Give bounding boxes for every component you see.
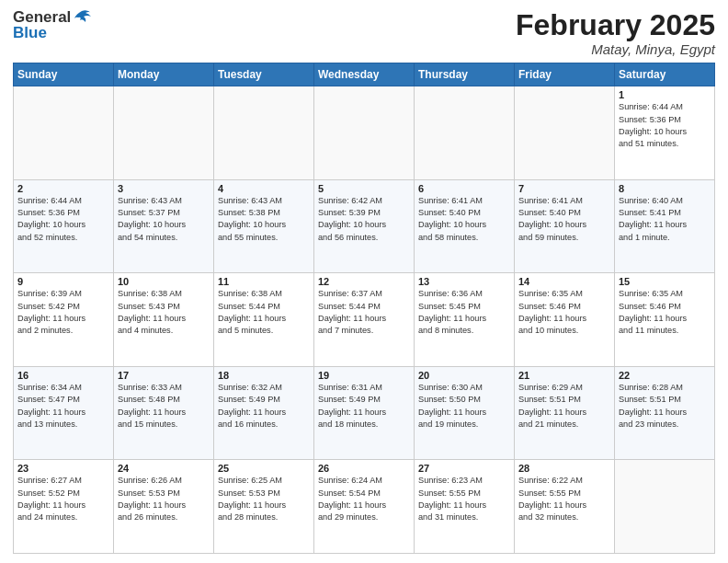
calendar-day-21: 21Sunrise: 6:29 AMSunset: 5:51 PMDayligh… bbox=[515, 366, 615, 460]
weekday-header-sunday: Sunday bbox=[14, 63, 114, 86]
day-info: Sunrise: 6:31 AMSunset: 5:49 PMDaylight:… bbox=[318, 382, 410, 431]
day-info: Sunrise: 6:33 AMSunset: 5:48 PMDaylight:… bbox=[118, 382, 210, 431]
day-info: Sunrise: 6:43 AMSunset: 5:38 PMDaylight:… bbox=[218, 195, 310, 244]
day-number: 1 bbox=[619, 89, 711, 100]
day-info: Sunrise: 6:38 AMSunset: 5:44 PMDaylight:… bbox=[218, 288, 310, 337]
calendar-day-14: 14Sunrise: 6:35 AMSunset: 5:46 PMDayligh… bbox=[515, 273, 615, 367]
day-info: Sunrise: 6:27 AMSunset: 5:52 PMDaylight:… bbox=[17, 475, 109, 523]
day-info: Sunrise: 6:32 AMSunset: 5:49 PMDaylight:… bbox=[218, 382, 310, 431]
day-info: Sunrise: 6:40 AMSunset: 5:41 PMDaylight:… bbox=[619, 195, 711, 244]
title-block: February 2025 Matay, Minya, Egypt bbox=[516, 9, 715, 57]
calendar-day-1: 1Sunrise: 6:44 AMSunset: 5:36 PMDaylight… bbox=[615, 86, 715, 180]
weekday-header-monday: Monday bbox=[114, 63, 214, 86]
calendar-day-11: 11Sunrise: 6:38 AMSunset: 5:44 PMDayligh… bbox=[214, 273, 314, 367]
day-number: 13 bbox=[418, 276, 510, 287]
day-number: 20 bbox=[418, 370, 510, 381]
calendar-day-24: 24Sunrise: 6:26 AMSunset: 5:53 PMDayligh… bbox=[114, 460, 214, 554]
day-number: 18 bbox=[218, 370, 310, 381]
day-number: 25 bbox=[218, 463, 310, 474]
calendar-day-3: 3Sunrise: 6:43 AMSunset: 5:37 PMDaylight… bbox=[114, 179, 214, 273]
weekday-header-tuesday: Tuesday bbox=[214, 63, 314, 86]
day-info: Sunrise: 6:44 AMSunset: 5:36 PMDaylight:… bbox=[17, 195, 109, 244]
day-number: 27 bbox=[418, 463, 510, 474]
calendar-day-15: 15Sunrise: 6:35 AMSunset: 5:46 PMDayligh… bbox=[615, 273, 715, 367]
day-number: 15 bbox=[619, 276, 711, 287]
day-number: 3 bbox=[118, 183, 210, 194]
day-number: 9 bbox=[17, 276, 109, 287]
day-number: 2 bbox=[17, 183, 109, 194]
day-info: Sunrise: 6:44 AMSunset: 5:36 PMDaylight:… bbox=[619, 101, 711, 150]
day-info: Sunrise: 6:37 AMSunset: 5:44 PMDaylight:… bbox=[318, 288, 410, 337]
header: General Blue February 2025 Matay, Minya,… bbox=[13, 9, 715, 57]
day-info: Sunrise: 6:30 AMSunset: 5:50 PMDaylight:… bbox=[418, 382, 510, 431]
calendar-empty-cell bbox=[214, 86, 314, 180]
day-info: Sunrise: 6:35 AMSunset: 5:46 PMDaylight:… bbox=[619, 288, 711, 337]
calendar-day-20: 20Sunrise: 6:30 AMSunset: 5:50 PMDayligh… bbox=[415, 366, 515, 460]
day-number: 21 bbox=[518, 370, 610, 381]
day-info: Sunrise: 6:39 AMSunset: 5:42 PMDaylight:… bbox=[17, 288, 109, 337]
day-info: Sunrise: 6:26 AMSunset: 5:53 PMDaylight:… bbox=[118, 475, 210, 523]
logo-blue: Blue bbox=[13, 25, 93, 42]
day-info: Sunrise: 6:41 AMSunset: 5:40 PMDaylight:… bbox=[518, 195, 610, 244]
calendar-day-2: 2Sunrise: 6:44 AMSunset: 5:36 PMDaylight… bbox=[14, 179, 114, 273]
calendar-week-row: 9Sunrise: 6:39 AMSunset: 5:42 PMDaylight… bbox=[14, 273, 715, 367]
day-number: 17 bbox=[118, 370, 210, 381]
logo-bird-icon bbox=[73, 9, 93, 26]
calendar-empty-cell bbox=[314, 86, 415, 180]
day-info: Sunrise: 6:23 AMSunset: 5:55 PMDaylight:… bbox=[418, 475, 510, 523]
calendar-day-28: 28Sunrise: 6:22 AMSunset: 5:55 PMDayligh… bbox=[515, 460, 615, 554]
calendar-header-row: SundayMondayTuesdayWednesdayThursdayFrid… bbox=[14, 63, 715, 86]
page: General Blue February 2025 Matay, Minya,… bbox=[0, 0, 728, 563]
day-info: Sunrise: 6:43 AMSunset: 5:37 PMDaylight:… bbox=[118, 195, 210, 244]
day-info: Sunrise: 6:42 AMSunset: 5:39 PMDaylight:… bbox=[318, 195, 410, 244]
calendar-day-9: 9Sunrise: 6:39 AMSunset: 5:42 PMDaylight… bbox=[14, 273, 114, 367]
calendar-day-12: 12Sunrise: 6:37 AMSunset: 5:44 PMDayligh… bbox=[314, 273, 415, 367]
day-number: 24 bbox=[118, 463, 210, 474]
day-info: Sunrise: 6:29 AMSunset: 5:51 PMDaylight:… bbox=[518, 382, 610, 431]
calendar-table: SundayMondayTuesdayWednesdayThursdayFrid… bbox=[13, 63, 715, 554]
calendar-day-8: 8Sunrise: 6:40 AMSunset: 5:41 PMDaylight… bbox=[615, 179, 715, 273]
day-number: 12 bbox=[318, 276, 410, 287]
calendar-day-18: 18Sunrise: 6:32 AMSunset: 5:49 PMDayligh… bbox=[214, 366, 314, 460]
calendar-week-row: 23Sunrise: 6:27 AMSunset: 5:52 PMDayligh… bbox=[14, 460, 715, 554]
weekday-header-saturday: Saturday bbox=[615, 63, 715, 86]
calendar-empty-cell bbox=[515, 86, 615, 180]
calendar-day-25: 25Sunrise: 6:25 AMSunset: 5:53 PMDayligh… bbox=[214, 460, 314, 554]
day-number: 19 bbox=[318, 370, 410, 381]
calendar-day-16: 16Sunrise: 6:34 AMSunset: 5:47 PMDayligh… bbox=[14, 366, 114, 460]
day-number: 8 bbox=[619, 183, 711, 194]
weekday-header-wednesday: Wednesday bbox=[314, 63, 415, 86]
day-info: Sunrise: 6:36 AMSunset: 5:45 PMDaylight:… bbox=[418, 288, 510, 337]
day-info: Sunrise: 6:34 AMSunset: 5:47 PMDaylight:… bbox=[17, 382, 109, 431]
day-info: Sunrise: 6:24 AMSunset: 5:54 PMDaylight:… bbox=[318, 475, 410, 523]
month-title: February 2025 bbox=[516, 9, 715, 41]
day-number: 26 bbox=[318, 463, 410, 474]
weekday-header-thursday: Thursday bbox=[415, 63, 515, 86]
calendar-week-row: 2Sunrise: 6:44 AMSunset: 5:36 PMDaylight… bbox=[14, 179, 715, 273]
calendar-empty-cell bbox=[415, 86, 515, 180]
calendar-week-row: 1Sunrise: 6:44 AMSunset: 5:36 PMDaylight… bbox=[14, 86, 715, 180]
day-info: Sunrise: 6:41 AMSunset: 5:40 PMDaylight:… bbox=[418, 195, 510, 244]
weekday-header-friday: Friday bbox=[515, 63, 615, 86]
calendar-day-13: 13Sunrise: 6:36 AMSunset: 5:45 PMDayligh… bbox=[415, 273, 515, 367]
day-number: 7 bbox=[518, 183, 610, 194]
day-info: Sunrise: 6:25 AMSunset: 5:53 PMDaylight:… bbox=[218, 475, 310, 523]
day-number: 11 bbox=[218, 276, 310, 287]
day-info: Sunrise: 6:28 AMSunset: 5:51 PMDaylight:… bbox=[619, 382, 711, 431]
calendar-empty-cell bbox=[14, 86, 114, 180]
calendar-day-26: 26Sunrise: 6:24 AMSunset: 5:54 PMDayligh… bbox=[314, 460, 415, 554]
day-number: 4 bbox=[218, 183, 310, 194]
day-number: 22 bbox=[619, 370, 711, 381]
calendar-empty-cell bbox=[615, 460, 715, 554]
day-number: 16 bbox=[17, 370, 109, 381]
day-number: 5 bbox=[318, 183, 410, 194]
day-number: 23 bbox=[17, 463, 109, 474]
day-number: 14 bbox=[518, 276, 610, 287]
logo: General Blue bbox=[13, 9, 93, 41]
day-number: 28 bbox=[518, 463, 610, 474]
calendar-day-10: 10Sunrise: 6:38 AMSunset: 5:43 PMDayligh… bbox=[114, 273, 214, 367]
calendar-day-27: 27Sunrise: 6:23 AMSunset: 5:55 PMDayligh… bbox=[415, 460, 515, 554]
calendar-day-23: 23Sunrise: 6:27 AMSunset: 5:52 PMDayligh… bbox=[14, 460, 114, 554]
day-info: Sunrise: 6:35 AMSunset: 5:46 PMDaylight:… bbox=[518, 288, 610, 337]
location-title: Matay, Minya, Egypt bbox=[516, 41, 715, 57]
